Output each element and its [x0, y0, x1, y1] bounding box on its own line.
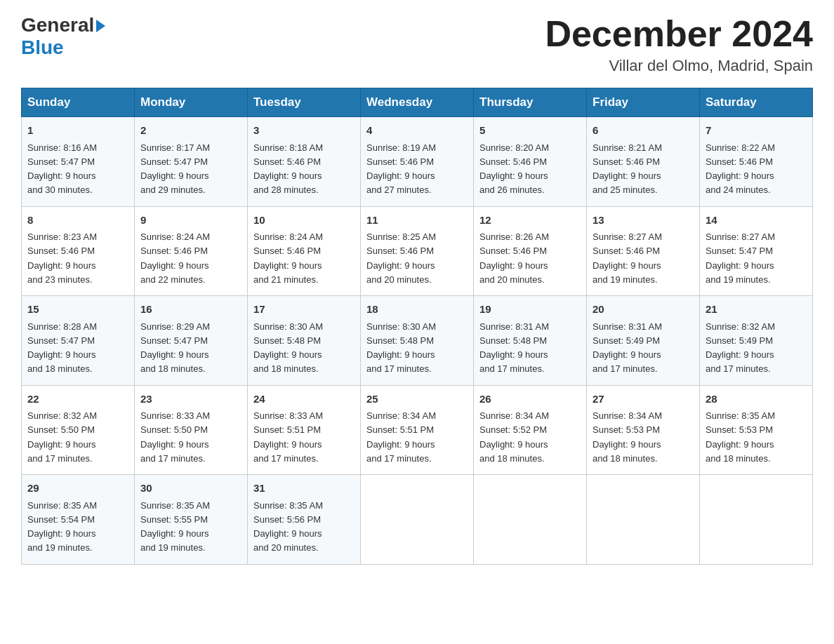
day-info: Sunrise: 8:30 AMSunset: 5:48 PMDaylight:… — [366, 321, 436, 375]
calendar-cell: 12 Sunrise: 8:26 AMSunset: 5:46 PMDaylig… — [474, 206, 587, 296]
calendar-header: Sunday Monday Tuesday Wednesday Thursday… — [22, 88, 813, 117]
header-row: Sunday Monday Tuesday Wednesday Thursday… — [22, 88, 813, 117]
day-info: Sunrise: 8:24 AMSunset: 5:46 PMDaylight:… — [140, 232, 210, 285]
day-number: 1 — [27, 123, 128, 139]
day-info: Sunrise: 8:31 AMSunset: 5:48 PMDaylight:… — [479, 321, 549, 375]
day-info: Sunrise: 8:35 AMSunset: 5:56 PMDaylight:… — [253, 500, 323, 554]
calendar-week-2: 8 Sunrise: 8:23 AMSunset: 5:46 PMDayligh… — [22, 206, 813, 296]
calendar-cell: 23 Sunrise: 8:33 AMSunset: 5:50 PMDaylig… — [135, 385, 248, 475]
day-number: 9 — [140, 213, 241, 229]
day-info: Sunrise: 8:30 AMSunset: 5:48 PMDaylight:… — [253, 321, 323, 375]
calendar-cell: 4 Sunrise: 8:19 AMSunset: 5:46 PMDayligh… — [361, 117, 474, 207]
day-info: Sunrise: 8:33 AMSunset: 5:50 PMDaylight:… — [140, 410, 210, 464]
day-info: Sunrise: 8:27 AMSunset: 5:46 PMDaylight:… — [593, 232, 662, 285]
title-section: December 2024 Villar del Olmo, Madrid, S… — [545, 14, 813, 75]
calendar-cell: 27 Sunrise: 8:34 AMSunset: 5:53 PMDaylig… — [587, 385, 700, 475]
calendar-cell: 30 Sunrise: 8:35 AMSunset: 5:55 PMDaylig… — [135, 475, 248, 565]
day-number: 23 — [140, 391, 241, 408]
logo-general-text: General — [21, 14, 94, 36]
day-number: 25 — [366, 391, 468, 408]
calendar-week-3: 15 Sunrise: 8:28 AMSunset: 5:47 PMDaylig… — [22, 296, 813, 386]
day-number: 11 — [366, 213, 468, 229]
logo: General Blue — [21, 14, 105, 59]
day-number: 22 — [27, 391, 128, 408]
calendar-cell: 22 Sunrise: 8:32 AMSunset: 5:50 PMDaylig… — [22, 385, 135, 475]
calendar-week-5: 29 Sunrise: 8:35 AMSunset: 5:54 PMDaylig… — [22, 475, 813, 565]
calendar-week-4: 22 Sunrise: 8:32 AMSunset: 5:50 PMDaylig… — [22, 385, 813, 475]
calendar-cell — [587, 475, 700, 565]
day-info: Sunrise: 8:34 AMSunset: 5:53 PMDaylight:… — [593, 410, 662, 464]
logo-triangle-icon — [96, 20, 105, 32]
calendar-cell — [361, 475, 474, 565]
day-info: Sunrise: 8:31 AMSunset: 5:49 PMDaylight:… — [593, 321, 662, 375]
calendar-cell: 13 Sunrise: 8:27 AMSunset: 5:46 PMDaylig… — [587, 206, 700, 296]
calendar-cell: 20 Sunrise: 8:31 AMSunset: 5:49 PMDaylig… — [587, 296, 700, 386]
day-number: 19 — [479, 302, 581, 318]
day-number: 4 — [366, 123, 468, 139]
day-number: 17 — [253, 302, 355, 318]
day-info: Sunrise: 8:16 AMSunset: 5:47 PMDaylight:… — [27, 142, 97, 196]
day-number: 31 — [253, 481, 355, 497]
location-text: Villar del Olmo, Madrid, Spain — [545, 57, 813, 75]
header-saturday: Saturday — [700, 88, 813, 117]
logo-blue-text: Blue — [21, 36, 64, 58]
day-number: 24 — [253, 391, 355, 408]
month-title: December 2024 — [545, 14, 813, 54]
day-number: 30 — [140, 481, 241, 497]
day-info: Sunrise: 8:19 AMSunset: 5:46 PMDaylight:… — [366, 142, 436, 196]
day-number: 27 — [593, 391, 694, 408]
page-header: General Blue December 2024 Villar del Ol… — [21, 14, 813, 75]
day-info: Sunrise: 8:32 AMSunset: 5:50 PMDaylight:… — [27, 410, 97, 464]
calendar-cell: 19 Sunrise: 8:31 AMSunset: 5:48 PMDaylig… — [474, 296, 587, 386]
day-info: Sunrise: 8:32 AMSunset: 5:49 PMDaylight:… — [706, 321, 775, 375]
calendar-cell: 6 Sunrise: 8:21 AMSunset: 5:46 PMDayligh… — [587, 117, 700, 207]
header-tuesday: Tuesday — [248, 88, 361, 117]
day-number: 5 — [479, 123, 581, 139]
day-number: 26 — [479, 391, 581, 408]
calendar-table: Sunday Monday Tuesday Wednesday Thursday… — [21, 88, 813, 565]
day-info: Sunrise: 8:22 AMSunset: 5:46 PMDaylight:… — [706, 142, 775, 196]
calendar-cell: 2 Sunrise: 8:17 AMSunset: 5:47 PMDayligh… — [135, 117, 248, 207]
header-thursday: Thursday — [474, 88, 587, 117]
day-info: Sunrise: 8:17 AMSunset: 5:47 PMDaylight:… — [140, 142, 210, 196]
calendar-cell — [474, 475, 587, 565]
calendar-cell: 31 Sunrise: 8:35 AMSunset: 5:56 PMDaylig… — [248, 475, 361, 565]
day-info: Sunrise: 8:26 AMSunset: 5:46 PMDaylight:… — [479, 232, 549, 285]
calendar-cell: 18 Sunrise: 8:30 AMSunset: 5:48 PMDaylig… — [361, 296, 474, 386]
day-number: 21 — [706, 302, 807, 318]
calendar-cell: 26 Sunrise: 8:34 AMSunset: 5:52 PMDaylig… — [474, 385, 587, 475]
calendar-cell: 16 Sunrise: 8:29 AMSunset: 5:47 PMDaylig… — [135, 296, 248, 386]
day-number: 16 — [140, 302, 241, 318]
day-info: Sunrise: 8:27 AMSunset: 5:47 PMDaylight:… — [706, 232, 775, 285]
header-sunday: Sunday — [22, 88, 135, 117]
calendar-cell: 10 Sunrise: 8:24 AMSunset: 5:46 PMDaylig… — [248, 206, 361, 296]
calendar-cell: 5 Sunrise: 8:20 AMSunset: 5:46 PMDayligh… — [474, 117, 587, 207]
day-info: Sunrise: 8:18 AMSunset: 5:46 PMDaylight:… — [253, 142, 323, 196]
calendar-cell: 28 Sunrise: 8:35 AMSunset: 5:53 PMDaylig… — [700, 385, 813, 475]
day-number: 6 — [593, 123, 694, 139]
calendar-cell: 11 Sunrise: 8:25 AMSunset: 5:46 PMDaylig… — [361, 206, 474, 296]
day-number: 8 — [27, 213, 128, 229]
day-info: Sunrise: 8:20 AMSunset: 5:46 PMDaylight:… — [479, 142, 549, 196]
calendar-cell: 24 Sunrise: 8:33 AMSunset: 5:51 PMDaylig… — [248, 385, 361, 475]
day-info: Sunrise: 8:35 AMSunset: 5:55 PMDaylight:… — [140, 500, 210, 554]
calendar-week-1: 1 Sunrise: 8:16 AMSunset: 5:47 PMDayligh… — [22, 117, 813, 207]
calendar-cell: 17 Sunrise: 8:30 AMSunset: 5:48 PMDaylig… — [248, 296, 361, 386]
day-info: Sunrise: 8:29 AMSunset: 5:47 PMDaylight:… — [140, 321, 210, 375]
calendar-cell: 8 Sunrise: 8:23 AMSunset: 5:46 PMDayligh… — [22, 206, 135, 296]
day-info: Sunrise: 8:35 AMSunset: 5:53 PMDaylight:… — [706, 410, 775, 464]
day-number: 18 — [366, 302, 468, 318]
day-number: 28 — [706, 391, 807, 408]
header-friday: Friday — [587, 88, 700, 117]
day-number: 10 — [253, 213, 355, 229]
day-info: Sunrise: 8:25 AMSunset: 5:46 PMDaylight:… — [366, 232, 436, 285]
calendar-body: 1 Sunrise: 8:16 AMSunset: 5:47 PMDayligh… — [22, 117, 813, 565]
header-wednesday: Wednesday — [361, 88, 474, 117]
day-info: Sunrise: 8:28 AMSunset: 5:47 PMDaylight:… — [27, 321, 97, 375]
calendar-cell: 1 Sunrise: 8:16 AMSunset: 5:47 PMDayligh… — [22, 117, 135, 207]
day-info: Sunrise: 8:35 AMSunset: 5:54 PMDaylight:… — [27, 500, 97, 554]
day-info: Sunrise: 8:33 AMSunset: 5:51 PMDaylight:… — [253, 410, 323, 464]
calendar-cell: 9 Sunrise: 8:24 AMSunset: 5:46 PMDayligh… — [135, 206, 248, 296]
calendar-cell: 25 Sunrise: 8:34 AMSunset: 5:51 PMDaylig… — [361, 385, 474, 475]
day-number: 14 — [706, 213, 807, 229]
